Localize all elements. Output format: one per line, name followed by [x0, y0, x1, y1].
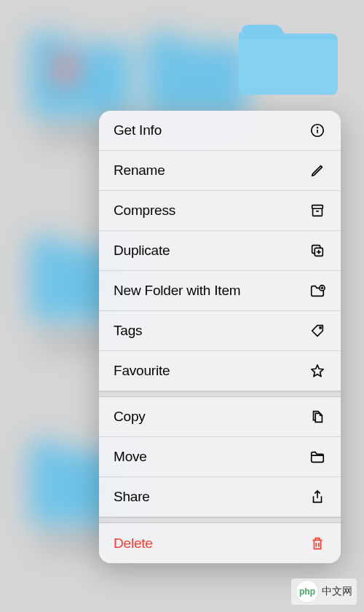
menu-item-compress[interactable]: Compress [99, 191, 341, 231]
copy-icon [309, 408, 326, 425]
menu-item-favourite[interactable]: Favourite [99, 351, 341, 391]
folder-icon [309, 448, 326, 466]
menu-label: New Folder with Item [114, 283, 240, 299]
menu-label: Copy [114, 409, 146, 425]
menu-item-delete[interactable]: Delete [99, 523, 341, 563]
menu-item-share[interactable]: Share [99, 477, 341, 517]
tag-icon [309, 322, 326, 340]
folder-plus-icon [309, 282, 326, 299]
svg-rect-3 [312, 205, 323, 209]
watermark-text: 中文网 [322, 585, 352, 598]
archive-icon [309, 202, 326, 219]
duplicate-icon [309, 242, 326, 259]
pencil-icon [309, 162, 326, 179]
menu-label: Rename [114, 162, 165, 178]
svg-point-11 [320, 327, 321, 329]
info-icon [309, 122, 326, 139]
menu-label: Share [114, 489, 150, 505]
menu-label: Get Info [114, 122, 162, 138]
menu-item-copy[interactable]: Copy [99, 397, 341, 437]
menu-item-duplicate[interactable]: Duplicate [99, 231, 341, 271]
watermark-logo: php [296, 580, 319, 603]
menu-item-tags[interactable]: Tags [99, 311, 341, 351]
menu-label: Move [114, 449, 147, 465]
menu-item-get-info[interactable]: Get Info [99, 111, 341, 151]
trash-icon [309, 535, 326, 552]
menu-separator [99, 391, 341, 397]
star-icon [309, 362, 326, 380]
folder-preview [236, 22, 341, 96]
menu-item-rename[interactable]: Rename [99, 151, 341, 191]
menu-label: Favourite [114, 363, 170, 379]
share-icon [309, 488, 326, 506]
menu-item-move[interactable]: Move [99, 437, 341, 477]
menu-separator [99, 517, 341, 523]
menu-label: Delete [114, 536, 153, 552]
svg-point-1 [317, 128, 318, 128]
folder-icon [236, 22, 341, 96]
menu-label: Tags [114, 323, 142, 339]
watermark: php 中文网 [291, 578, 357, 605]
menu-label: Compress [114, 203, 175, 219]
menu-item-new-folder-with-item[interactable]: New Folder with Item [99, 271, 341, 311]
menu-label: Duplicate [114, 243, 170, 259]
context-menu: Get Info Rename Compress Duplicate New F… [99, 111, 341, 563]
